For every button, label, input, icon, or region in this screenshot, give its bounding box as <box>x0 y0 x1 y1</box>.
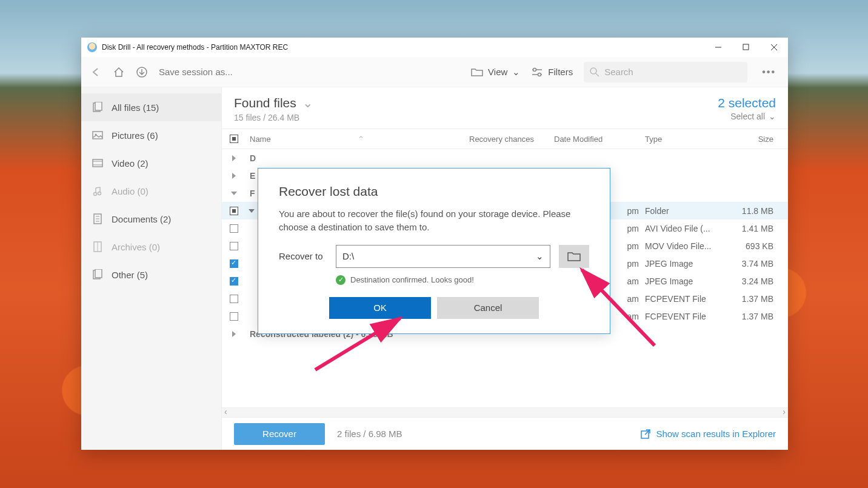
svg-point-9 <box>590 68 596 74</box>
row-checkbox[interactable] <box>230 207 238 215</box>
search-input[interactable]: Search <box>584 62 747 82</box>
svg-rect-1 <box>743 44 749 50</box>
svg-rect-15 <box>93 159 102 167</box>
recover-to-label: Recover to <box>279 251 327 261</box>
col-date[interactable]: Date Modified <box>554 135 645 144</box>
sidebar: All files (15) Pictures (6) Video (2) Au… <box>81 87 222 450</box>
maximize-button[interactable] <box>732 38 760 57</box>
column-headers: Name ⌃ Recovery chances Date Modified Ty… <box>222 129 788 149</box>
download-icon[interactable] <box>136 66 148 78</box>
row-checkbox[interactable] <box>230 224 238 233</box>
audio-icon <box>92 186 103 196</box>
row-checkbox[interactable] <box>230 295 238 303</box>
dialog-title: Recover lost data <box>279 184 589 199</box>
col-name[interactable]: Name ⌃ <box>246 135 469 144</box>
sidebar-item-audio[interactable]: Audio (0) <box>81 177 221 205</box>
sidebar-item-video[interactable]: Video (2) <box>81 149 221 177</box>
more-menu[interactable]: ••• <box>758 67 780 78</box>
external-link-icon <box>640 429 651 440</box>
browse-button[interactable] <box>559 245 589 268</box>
show-in-explorer-link[interactable]: Show scan results in Explorer <box>640 429 776 440</box>
found-files-subtitle: 15 files / 26.4 MB <box>234 113 313 122</box>
close-button[interactable] <box>760 38 788 57</box>
destination-confirm: ✓ Destination confirmed. Looks good! <box>336 275 589 285</box>
selected-count: 2 selected <box>718 96 776 110</box>
chevron-down-icon: ⌄ <box>512 67 520 78</box>
sidebar-item-pictures[interactable]: Pictures (6) <box>81 121 221 149</box>
check-icon: ✓ <box>336 275 346 285</box>
footer: Recover 2 files / 6.98 MB Show scan resu… <box>222 417 788 450</box>
svg-rect-27 <box>95 269 102 278</box>
ok-button[interactable]: OK <box>329 297 431 319</box>
search-icon <box>590 67 599 77</box>
expand-icon[interactable] <box>232 155 236 161</box>
window-title: Disk Drill - All recovery methods - Part… <box>102 43 704 52</box>
back-icon[interactable] <box>90 67 102 78</box>
app-icon <box>87 42 97 52</box>
col-size[interactable]: Size <box>724 135 788 144</box>
collapse-icon[interactable] <box>249 209 255 213</box>
sidebar-item-all-files[interactable]: All files (15) <box>81 93 221 121</box>
horizontal-scrollbar[interactable] <box>222 407 788 417</box>
chevron-down-icon: ⌄ <box>536 251 544 262</box>
cancel-button[interactable]: Cancel <box>437 297 539 319</box>
svg-point-7 <box>533 68 536 71</box>
row-checkbox[interactable] <box>230 259 238 268</box>
col-type[interactable]: Type <box>645 135 724 144</box>
row-checkbox[interactable] <box>230 312 238 321</box>
col-recovery[interactable]: Recovery chances <box>469 135 554 144</box>
sidebar-item-other[interactable]: Other (5) <box>81 261 221 289</box>
chevron-down-icon: ⌄ <box>769 112 776 121</box>
video-icon <box>92 158 103 169</box>
sliders-icon <box>531 67 543 77</box>
recover-button[interactable]: Recover <box>234 423 325 445</box>
expand-icon[interactable] <box>232 331 236 337</box>
chevron-down-icon: ⌄ <box>302 96 313 110</box>
minimize-button[interactable] <box>704 38 732 57</box>
destination-select[interactable]: D:\ ⌄ <box>336 245 550 268</box>
dialog-text: You are about to recover the file(s) fou… <box>279 207 589 234</box>
svg-point-8 <box>538 73 541 76</box>
svg-line-10 <box>596 73 599 76</box>
svg-point-18 <box>94 193 97 196</box>
files-icon <box>92 102 103 113</box>
row-checkbox[interactable] <box>230 277 238 286</box>
row-checkbox[interactable] <box>230 242 238 250</box>
expand-icon[interactable] <box>232 173 236 179</box>
filters-button[interactable]: Filters <box>531 67 573 77</box>
documents-icon <box>92 213 103 224</box>
sort-indicator-icon: ⌃ <box>358 135 364 144</box>
select-all-button[interactable]: Select all⌄ <box>718 112 776 121</box>
save-session-button[interactable]: Save session as... <box>159 67 233 77</box>
view-dropdown[interactable]: View ⌄ <box>471 67 520 78</box>
home-icon[interactable] <box>113 66 125 78</box>
svg-rect-13 <box>93 132 102 139</box>
header-checkbox[interactable] <box>230 135 238 143</box>
toolbar: Save session as... View ⌄ Filters Search… <box>81 57 788 87</box>
group-row[interactable]: D <box>222 149 788 167</box>
pictures-icon <box>92 130 103 141</box>
sidebar-item-archives[interactable]: Archives (0) <box>81 233 221 261</box>
folder-icon <box>567 251 581 262</box>
collapse-icon[interactable] <box>231 192 237 195</box>
svg-point-19 <box>98 192 101 195</box>
titlebar: Disk Drill - All recovery methods - Part… <box>81 38 788 57</box>
recover-dialog: Recover lost data You are about to recov… <box>258 168 610 334</box>
svg-rect-12 <box>95 102 102 110</box>
sidebar-item-documents[interactable]: Documents (2) <box>81 205 221 233</box>
found-files-dropdown[interactable]: Found files⌄ <box>234 96 313 110</box>
archives-icon <box>92 241 103 252</box>
other-icon <box>92 269 103 280</box>
footer-info: 2 files / 6.98 MB <box>337 429 402 439</box>
folder-icon <box>471 67 483 77</box>
